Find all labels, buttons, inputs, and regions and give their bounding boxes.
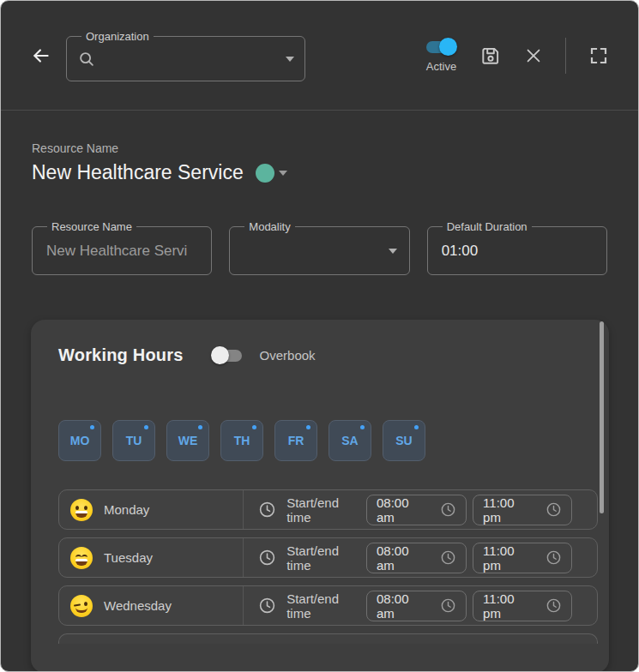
day-chip-tu[interactable]: TU (112, 420, 155, 461)
range-cell: Start/end time (244, 543, 366, 573)
time-cells: 08:00 am 11:00 pm (366, 495, 597, 525)
default-duration-field[interactable]: Default Duration (427, 220, 607, 275)
end-time-input[interactable]: 11:00 pm (473, 543, 572, 573)
status-dot[interactable] (256, 164, 274, 183)
range-label: Start/end time (286, 543, 366, 573)
organization-combobox[interactable]: Organization (66, 30, 305, 81)
resource-name-field-label: Resource Name (47, 220, 136, 233)
back-button[interactable] (30, 45, 52, 67)
topbar: Organization Active (1, 1, 638, 111)
clock-icon[interactable] (440, 597, 456, 614)
start-time-input[interactable]: 08:00 am (366, 543, 467, 573)
default-duration-input[interactable] (440, 242, 596, 261)
clock-icon[interactable] (440, 549, 456, 566)
day-name: Wednesday (104, 598, 172, 613)
overbook-toggle-label: Overbook (260, 348, 316, 363)
day-chip-label: MO (70, 434, 90, 447)
active-toggle[interactable] (425, 38, 457, 56)
start-time-value: 08:00 am (377, 543, 430, 573)
toggle-knob[interactable] (211, 346, 229, 364)
selected-dot-icon (90, 425, 94, 429)
selected-dot-icon (360, 425, 365, 429)
overbook-toggle[interactable] (211, 346, 243, 364)
topbar-actions: Active (425, 38, 609, 74)
toolbar-divider (565, 38, 566, 74)
day-chip-sa[interactable]: SA (329, 420, 371, 461)
working-hours-title: Working Hours (58, 345, 184, 365)
day-row-partial (58, 633, 598, 644)
day-name: Monday (104, 502, 149, 517)
clock-icon[interactable] (546, 501, 562, 518)
close-icon (524, 46, 543, 65)
start-time-input[interactable]: 08:00 am (366, 495, 467, 525)
toggle-knob[interactable] (439, 38, 457, 56)
selected-dot-icon (198, 425, 202, 429)
day-chip-fr[interactable]: FR (274, 420, 317, 461)
day-chip-mo[interactable]: MO (58, 420, 101, 461)
day-cell: Wednesday (59, 586, 244, 625)
search-icon (77, 50, 96, 69)
save-icon (479, 45, 502, 67)
day-row-monday: Monday Start/end time 08:00 am (58, 489, 598, 530)
working-hours-header: Working Hours Overbook (58, 345, 609, 365)
end-time-value: 11:00 pm (483, 591, 535, 621)
fullscreen-icon (588, 45, 609, 66)
clock-icon (258, 501, 276, 519)
selected-dot-icon (252, 425, 256, 429)
clock-icon[interactable] (440, 501, 456, 518)
arrow-left-icon (30, 45, 52, 67)
default-duration-label: Default Duration (443, 220, 532, 233)
resource-name-field[interactable]: Resource Name (32, 220, 212, 275)
status-caret-down-icon[interactable] (279, 171, 287, 176)
end-time-value: 11:00 pm (483, 543, 535, 573)
time-cells: 08:00 am 11:00 pm (366, 591, 597, 621)
end-time-value: 11:00 pm (483, 495, 535, 525)
selected-dot-icon (306, 425, 310, 429)
day-chip-row: MO TU WE TH FR SA SU (58, 420, 609, 461)
selected-dot-icon (144, 425, 148, 429)
range-cell: Start/end time (244, 495, 366, 525)
day-chip-su[interactable]: SU (383, 420, 425, 461)
resource-name-caption: Resource Name (32, 141, 638, 155)
modality-caret-down-icon[interactable] (389, 249, 397, 254)
end-time-input[interactable]: 11:00 pm (473, 495, 572, 525)
emoji-icon (70, 595, 93, 617)
save-button[interactable] (479, 45, 502, 67)
day-chip-label: TH (234, 434, 250, 447)
modality-select[interactable]: Modality (229, 220, 409, 275)
day-chip-th[interactable]: TH (220, 420, 263, 461)
clock-icon[interactable] (546, 549, 562, 566)
active-toggle-label: Active (426, 60, 456, 73)
modality-input[interactable] (242, 242, 388, 261)
day-chip-label: TU (126, 434, 142, 447)
active-toggle-group: Active (425, 38, 457, 73)
close-button[interactable] (524, 46, 543, 65)
day-row-wednesday: Wednesday Start/end time 08:00 am (58, 585, 598, 626)
selected-dot-icon (414, 425, 419, 429)
emoji-icon (70, 547, 93, 569)
range-cell: Start/end time (244, 591, 366, 621)
organization-label: Organization (81, 30, 154, 43)
working-hours-card: Working Hours Overbook MO TU WE TH FR SA… (31, 320, 609, 672)
clock-icon (258, 549, 276, 567)
day-chip-label: WE (178, 434, 198, 447)
day-row-tuesday: Tuesday Start/end time 08:00 am (58, 537, 598, 578)
fullscreen-button[interactable] (588, 45, 609, 66)
day-name: Tuesday (104, 550, 153, 565)
day-cell: Monday (59, 490, 244, 529)
organization-input[interactable] (105, 51, 286, 68)
resource-name-input[interactable] (45, 242, 201, 261)
day-chip-we[interactable]: WE (166, 420, 209, 461)
form-fields-row: Resource Name Modality Default Duration (32, 220, 607, 275)
time-cells: 08:00 am 11:00 pm (366, 543, 597, 573)
resource-title-row: New Healthcare Service (32, 161, 638, 184)
card-scrollbar-thumb[interactable] (600, 321, 604, 513)
end-time-input[interactable]: 11:00 pm (473, 591, 572, 621)
emoji-icon (70, 499, 93, 521)
start-time-input[interactable]: 08:00 am (366, 591, 467, 621)
day-cell: Tuesday (59, 538, 244, 577)
clock-icon[interactable] (546, 597, 562, 614)
caret-down-icon[interactable] (286, 57, 294, 62)
clock-icon (258, 597, 276, 615)
day-chip-label: FR (288, 434, 304, 447)
